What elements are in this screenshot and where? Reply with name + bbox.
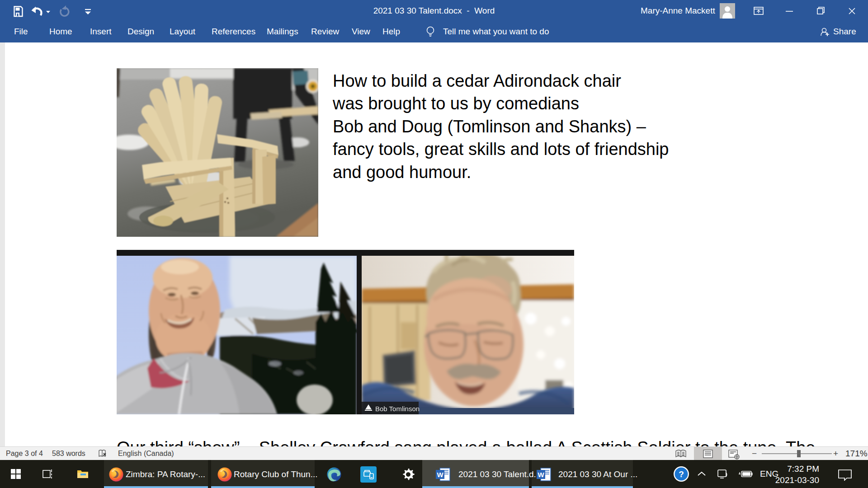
svg-text:W: W xyxy=(437,471,443,479)
svg-text:W: W xyxy=(538,471,544,479)
svg-text:Bob Tomlinson: Bob Tomlinson xyxy=(375,405,420,413)
svg-text:?: ? xyxy=(679,469,684,479)
